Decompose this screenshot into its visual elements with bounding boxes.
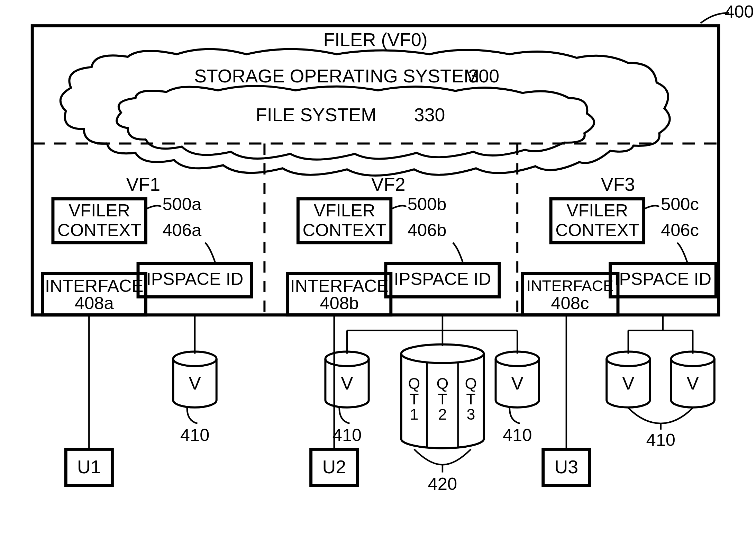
vf2-ipspace-leader	[453, 243, 463, 263]
svg-point-1	[325, 352, 368, 366]
diagram-root: FILER (VF0) 400 STORAGE OPERATING SYSTEM…	[0, 0, 756, 537]
outer-cloud	[61, 49, 670, 152]
vf1-ipspace-label: IPSPACE ID	[146, 269, 244, 289]
vf3-interface-l1: INTERFACE	[527, 277, 613, 294]
vf2-qt-cylinder: Q T 1 Q T 2 Q T 3	[401, 344, 484, 448]
svg-text:T: T	[409, 390, 419, 408]
svg-text:V: V	[622, 373, 635, 393]
qt-ref: 420	[428, 474, 457, 494]
svg-text:Q: Q	[408, 375, 420, 392]
svg-text:1: 1	[410, 405, 418, 423]
vf3-vol-brace	[628, 408, 693, 423]
svg-text:T: T	[466, 390, 475, 408]
outer-cloud-ref: 300	[468, 65, 499, 86]
svg-text:V: V	[686, 373, 699, 393]
vf2-volume-right: V	[496, 352, 539, 408]
svg-point-5	[401, 344, 484, 363]
vf3-context-leader	[644, 206, 659, 209]
vf1-title: VF1	[126, 174, 160, 195]
vf1-context-l2: CONTEXT	[57, 220, 141, 240]
vf2-interface-l1: INTERFACE	[290, 276, 388, 296]
vf1-context-leader	[146, 206, 161, 209]
inner-cloud-label: FILE SYSTEM	[256, 104, 376, 125]
filer-title: FILER (VF0)	[323, 29, 427, 50]
vf2-user-label: U2	[322, 456, 346, 477]
vf1-user-label: U1	[77, 456, 101, 477]
vf2-leftvol-ref: 410	[333, 425, 362, 445]
vf1-volume-leader	[187, 408, 198, 423]
vf2-interface-l2: 408b	[320, 293, 359, 313]
vf2-ipspace-label: IPSPACE ID	[394, 269, 491, 289]
outer-cloud-label: STORAGE OPERATING SYSTEM	[194, 65, 479, 86]
inner-cloud-ref: 330	[414, 104, 445, 125]
svg-text:2: 2	[438, 405, 447, 423]
vf2-ipspace-ref: 406b	[408, 220, 447, 240]
vf2-context-l1: VFILER	[314, 200, 375, 220]
ref-400: 400	[725, 2, 754, 21]
svg-text:V: V	[511, 373, 523, 393]
vf3-ipspace-ref: 406c	[661, 220, 699, 240]
svg-text:V: V	[341, 373, 353, 393]
svg-point-0	[173, 352, 216, 366]
vf2-title: VF2	[371, 174, 405, 195]
qt-brace	[414, 449, 471, 465]
svg-text:3: 3	[466, 405, 475, 423]
vf3-interface-l2: 408c	[551, 293, 589, 313]
vf3-vol-ref: 410	[646, 430, 675, 450]
vf1-volume-label: V	[189, 373, 201, 393]
vf3-ipspace-label: IPSPACE ID	[614, 269, 711, 289]
vf1-interface-l1: INTERFACE	[45, 276, 143, 296]
vf3-context-l2: CONTEXT	[555, 220, 639, 240]
vf3-context-l1: VFILER	[567, 200, 628, 220]
vf2-leftvol-leader	[339, 408, 350, 423]
vf1-context-l1: VFILER	[69, 200, 130, 220]
svg-text:Q: Q	[437, 375, 449, 392]
svg-text:T: T	[438, 390, 447, 408]
vf1-ipspace-ref: 406a	[162, 220, 202, 240]
vf1-context-ref: 500a	[162, 194, 202, 214]
vf1-volume-ref: 410	[180, 425, 210, 445]
vf1-volume: V	[173, 352, 216, 408]
vf2-rightvol-ref: 410	[503, 425, 532, 445]
vf2-context-ref: 500b	[408, 194, 447, 214]
svg-point-18	[607, 352, 650, 366]
vf3-user-label: U3	[555, 456, 579, 477]
vf3-ipspace-leader	[677, 243, 687, 263]
vf2-context-l2: CONTEXT	[302, 220, 386, 240]
svg-point-3	[496, 352, 539, 366]
vf1-ipspace-leader	[205, 243, 216, 263]
svg-text:Q: Q	[465, 375, 477, 392]
vf2-rightvol-leader	[510, 408, 520, 423]
vf2-volume-left: V	[325, 352, 368, 408]
svg-point-20	[671, 352, 714, 366]
vf3-volume-right: V	[671, 352, 714, 408]
vf3-volume-left: V	[607, 352, 650, 408]
inner-cloud-bottom	[146, 140, 564, 160]
vf3-title: VF3	[601, 174, 635, 195]
vf3-context-ref: 500c	[661, 194, 699, 214]
vf1-interface-l2: 408a	[75, 293, 114, 313]
vf2-context-leader	[391, 206, 407, 209]
